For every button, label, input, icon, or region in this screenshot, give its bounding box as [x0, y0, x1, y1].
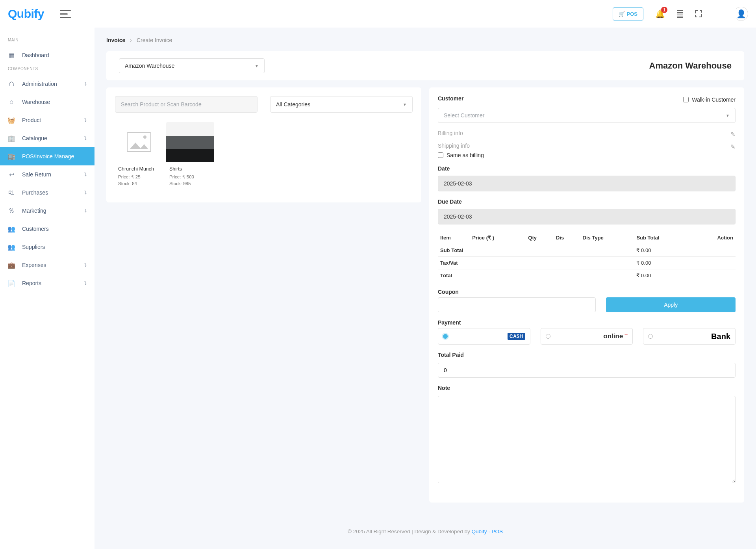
caret-down-icon: ▼ [726, 113, 730, 118]
category-select[interactable]: All Categories ▼ [270, 96, 413, 113]
notification-badge: 1 [661, 7, 667, 13]
chevron-right-icon: › [130, 37, 132, 43]
sidebar-item-dashboard[interactable]: ▦ Dashboard [0, 46, 94, 64]
chevron-down-icon: ⤵ [84, 117, 87, 123]
sidebar-item-marketing[interactable]: ％ Marketing ⤵ [0, 202, 94, 220]
wallet-icon: 💼 [8, 262, 15, 269]
user-icon: ☖ [8, 80, 15, 87]
product-price: Price: ₹ 500 [169, 174, 211, 180]
home-icon: ⌂ [8, 98, 15, 106]
users-icon: 👥 [8, 225, 15, 232]
radio-icon [648, 334, 653, 339]
summary-row-tax: Tax/Vat ₹ 0.00 [438, 257, 736, 269]
pos-button[interactable]: 🛒 POS [613, 7, 643, 20]
payment-option-bank[interactable]: Bank [643, 328, 736, 345]
avatar[interactable]: 👤 [734, 7, 748, 21]
sidebar-item-suppliers[interactable]: 👥 Suppliers [0, 238, 94, 256]
th-item: Item [438, 232, 470, 244]
date-label: Date [438, 165, 736, 172]
walkin-checkbox[interactable]: Walk-in Customer [683, 96, 736, 103]
summary-label: Sub Total [438, 244, 634, 257]
summary-row-subtotal: Sub Total ₹ 0.00 [438, 244, 736, 257]
customer-select[interactable]: Select Customer ▼ [438, 108, 736, 123]
online-icon: online [603, 332, 628, 340]
walkin-checkbox-input[interactable] [683, 97, 689, 102]
warehouse-select[interactable]: Amazon Warehouse ▼ [119, 58, 265, 73]
product-body: Chrunchi Munch Price: ₹ 25 Stock: 84 [115, 162, 163, 191]
menu-icon[interactable] [677, 10, 683, 18]
sidebar-item-customers[interactable]: 👥 Customers [0, 220, 94, 238]
filters-row: All Categories ▼ [115, 96, 413, 113]
suppliers-icon: 👥 [8, 243, 15, 250]
product-stock: Stock: 985 [169, 181, 211, 186]
sidebar-item-label: Purchases [22, 189, 48, 196]
items-table: Item Price (₹ ) Qty Dis Dis Type Sub Tot… [438, 232, 736, 282]
customer-select-placeholder: Select Customer [444, 112, 484, 119]
total-paid-input[interactable] [438, 363, 736, 378]
caret-down-icon: ▼ [403, 102, 407, 107]
billing-label: Billing info [438, 130, 463, 136]
payment-option-online[interactable]: online [541, 328, 633, 345]
due-date-row: Due Date 2025-02-03 [438, 198, 736, 224]
product-price: Price: ₹ 25 [118, 174, 160, 180]
topbar: Qubify 🛒 POS 🔔 1 👤 [0, 0, 756, 28]
search-input[interactable] [115, 96, 258, 113]
apply-button[interactable]: Apply [606, 297, 736, 312]
payment-option-cash[interactable]: CA$H [438, 328, 530, 345]
sidebar-section-components: COMPONENTS [0, 64, 94, 75]
footer-link[interactable]: Qubify - POS [471, 529, 503, 534]
sidebar-item-pos-invoice[interactable]: 🏬 POS/Invoice Manage [0, 147, 94, 165]
product-card[interactable]: Chrunchi Munch Price: ₹ 25 Stock: 84 [115, 122, 163, 191]
sidebar-item-label: Customers [22, 226, 49, 232]
sidebar-item-purchases[interactable]: 🛍 Purchases ⤵ [0, 184, 94, 202]
total-paid-label: Total Paid [438, 352, 736, 358]
sidebar-item-label: POS/Invoice Manage [22, 153, 74, 160]
cash-icon: CA$H [508, 333, 525, 340]
sidebar-item-label: Marketing [22, 208, 46, 214]
sidebar-item-reports[interactable]: 📄 Reports ⤵ [0, 274, 94, 292]
notifications-button[interactable]: 🔔 1 [655, 9, 665, 19]
same-as-billing-checkbox[interactable]: Same as billing [438, 152, 736, 158]
shop-icon: 🏬 [8, 153, 15, 160]
chevron-down-icon: ⤵ [84, 190, 87, 195]
sidebar-section-main: MAIN [0, 35, 94, 46]
shipping-row: Shipping info ✎ Same as billing [438, 143, 736, 158]
payment-label: Payment [438, 319, 736, 326]
coupon-input[interactable] [438, 297, 596, 312]
date-input[interactable]: 2025-02-03 [438, 176, 736, 191]
note-label: Note [438, 385, 736, 391]
bank-icon: Bank [711, 332, 730, 341]
footer: © 2025 All Right Reserved | Design & Dev… [94, 518, 756, 545]
bag-icon: 🛍 [8, 189, 15, 196]
sidebar-item-label: Dashboard [22, 52, 49, 58]
sidebar-item-label: Warehouse [22, 99, 50, 105]
brand-logo[interactable]: Qubify [8, 7, 44, 20]
return-icon: ↩ [8, 171, 15, 178]
report-icon: 📄 [8, 280, 15, 287]
note-textarea[interactable] [438, 396, 736, 483]
date-row: Date 2025-02-03 [438, 165, 736, 191]
products-grid: Chrunchi Munch Price: ₹ 25 Stock: 84 Shi… [115, 122, 413, 191]
fullscreen-icon[interactable] [695, 10, 702, 17]
summary-label: Total [438, 269, 634, 282]
due-date-input[interactable]: 2025-02-03 [438, 209, 736, 224]
breadcrumb-root[interactable]: Invoice [106, 37, 125, 43]
edit-icon[interactable]: ✎ [730, 131, 736, 138]
same-as-billing-input[interactable] [438, 152, 443, 158]
product-card[interactable]: Shirts Price: ₹ 500 Stock: 985 [166, 122, 214, 191]
category-select-label: All Categories [276, 101, 310, 108]
sidebar-item-expenses[interactable]: 💼 Expenses ⤵ [0, 256, 94, 274]
sidebar-item-catalogue[interactable]: 🏢 Catalogue ⤵ [0, 129, 94, 147]
sidebar-item-sale-return[interactable]: ↩ Sale Return ⤵ [0, 165, 94, 184]
sidebar-item-administration[interactable]: ☖ Administration ⤵ [0, 75, 94, 93]
walkin-label: Walk-in Customer [692, 96, 736, 103]
chevron-down-icon: ⤵ [84, 280, 87, 286]
sidebar-toggle-icon[interactable] [60, 9, 71, 18]
sidebar-item-label: Product [22, 117, 41, 123]
percent-icon: ％ [8, 207, 15, 214]
edit-icon[interactable]: ✎ [730, 143, 736, 150]
sidebar-item-warehouse[interactable]: ⌂ Warehouse [0, 93, 94, 111]
breadcrumb: Invoice › Create Invoice [94, 28, 756, 51]
sidebar-item-product[interactable]: 🧺 Product ⤵ [0, 111, 94, 129]
chevron-down-icon: ⤵ [84, 135, 87, 141]
